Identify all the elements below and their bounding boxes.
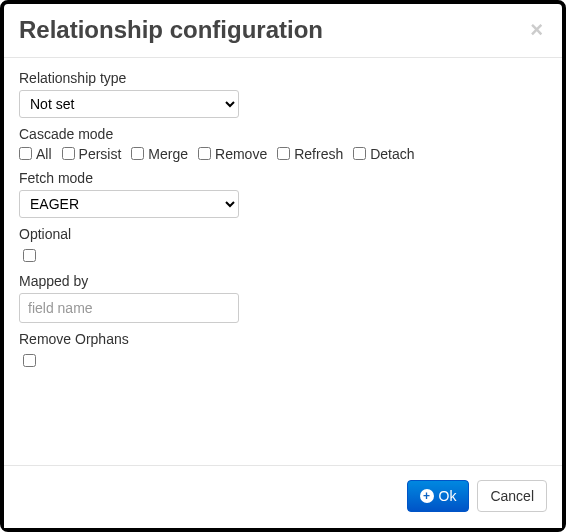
cancel-button-label: Cancel [490,488,534,504]
cascade-remove-label: Remove [215,146,267,162]
cascade-merge-checkbox[interactable] [131,147,144,160]
mapped-by-field: Mapped by [19,273,547,323]
cascade-refresh-option[interactable]: Refresh [277,146,343,162]
cascade-remove-option[interactable]: Remove [198,146,267,162]
optional-checkbox[interactable] [23,249,36,262]
cascade-detach-label: Detach [370,146,414,162]
cascade-merge-label: Merge [148,146,188,162]
optional-label: Optional [19,226,547,242]
cascade-all-label: All [36,146,52,162]
dialog-footer: + Ok Cancel [4,465,562,528]
mapped-by-input[interactable] [19,293,239,323]
dialog-body: Relationship type Not set Cascade mode A… [4,58,562,465]
relationship-config-dialog: Relationship configuration × Relationshi… [0,0,566,532]
cascade-refresh-label: Refresh [294,146,343,162]
remove-orphans-checkbox[interactable] [23,354,36,367]
cascade-remove-checkbox[interactable] [198,147,211,160]
cascade-persist-label: Persist [79,146,122,162]
cascade-detach-option[interactable]: Detach [353,146,414,162]
cascade-mode-label: Cascade mode [19,126,547,142]
close-icon: × [530,17,543,42]
optional-field: Optional [19,226,547,265]
cascade-merge-option[interactable]: Merge [131,146,188,162]
fetch-mode-label: Fetch mode [19,170,547,186]
fetch-mode-select[interactable]: EAGER [19,190,239,218]
cascade-mode-field: Cascade mode All Persist Merge Remove [19,126,547,168]
relationship-type-select[interactable]: Not set [19,90,239,118]
cascade-detach-checkbox[interactable] [353,147,366,160]
cascade-all-option[interactable]: All [19,146,52,162]
relationship-type-field: Relationship type Not set [19,70,547,118]
cascade-persist-option[interactable]: Persist [62,146,122,162]
ok-button-label: Ok [439,488,457,504]
ok-button[interactable]: + Ok [407,480,470,512]
remove-orphans-label: Remove Orphans [19,331,547,347]
cascade-all-checkbox[interactable] [19,147,32,160]
relationship-type-label: Relationship type [19,70,547,86]
fetch-mode-field: Fetch mode EAGER [19,170,547,218]
remove-orphans-field: Remove Orphans [19,331,547,370]
plus-circle-icon: + [420,489,434,503]
cascade-options: All Persist Merge Remove Refresh [19,144,547,168]
close-button[interactable]: × [526,19,547,41]
cascade-persist-checkbox[interactable] [62,147,75,160]
cascade-refresh-checkbox[interactable] [277,147,290,160]
mapped-by-label: Mapped by [19,273,547,289]
dialog-title: Relationship configuration [19,16,323,45]
dialog-header: Relationship configuration × [4,4,562,58]
cancel-button[interactable]: Cancel [477,480,547,512]
